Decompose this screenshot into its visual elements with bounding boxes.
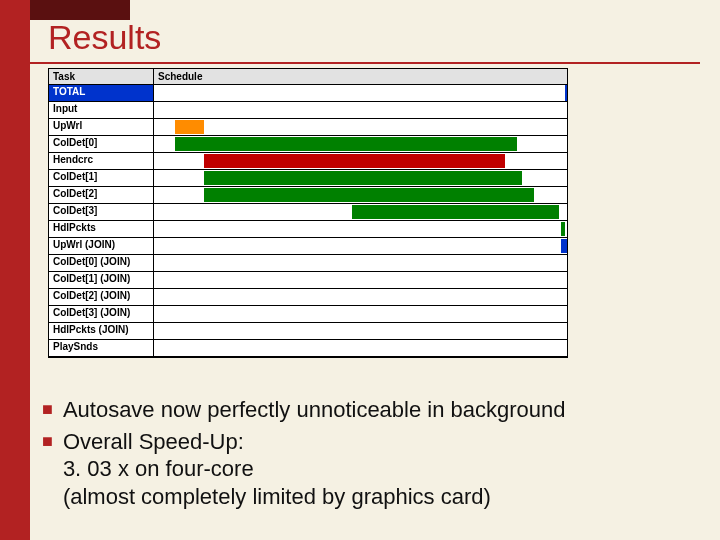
- row-bars: [154, 340, 567, 356]
- row-label: HdlPckts: [49, 221, 154, 237]
- row-bars: [154, 272, 567, 288]
- row-bars: [154, 238, 567, 254]
- table-row: ColDet[0]: [49, 136, 567, 153]
- table-row: HdlPckts (JOIN): [49, 323, 567, 340]
- sidebar-accent: [0, 0, 30, 540]
- row-label: HdlPckts (JOIN): [49, 323, 154, 339]
- table-row: Input: [49, 102, 567, 119]
- bullet-item: ■ Autosave now perfectly unnoticeable in…: [42, 396, 702, 424]
- gantt-chart: Task Schedule TOTALInputUpWrlColDet[0]He…: [48, 68, 568, 358]
- row-bars: [154, 102, 567, 118]
- table-row: Hendcrc: [49, 153, 567, 170]
- total-marker: [565, 85, 567, 101]
- row-bars: [154, 289, 567, 305]
- slide-title: Results: [48, 18, 161, 57]
- table-row: ColDet[2]: [49, 187, 567, 204]
- row-label: ColDet[1] (JOIN): [49, 272, 154, 288]
- gantt-bar: [561, 239, 567, 253]
- row-bars: [154, 255, 567, 271]
- bullet-text: Overall Speed-Up: 3. 03 x on four-core (…: [63, 428, 491, 511]
- row-label: PlaySnds: [49, 340, 154, 356]
- gantt-bar: [352, 205, 559, 219]
- row-bars: [154, 323, 567, 339]
- row-label: UpWrl (JOIN): [49, 238, 154, 254]
- row-bars: [154, 85, 567, 101]
- gantt-bar: [204, 154, 505, 168]
- title-cap: [30, 0, 130, 20]
- table-row: ColDet[1] (JOIN): [49, 272, 567, 289]
- row-label: ColDet[3]: [49, 204, 154, 220]
- bullet-item: ■ Overall Speed-Up: 3. 03 x on four-core…: [42, 428, 702, 511]
- table-row: ColDet[3] (JOIN): [49, 306, 567, 323]
- row-bars: [154, 187, 567, 203]
- gantt-bar: [204, 188, 534, 202]
- gantt-bar: [204, 171, 522, 185]
- row-bars: [154, 153, 567, 169]
- table-row: ColDet[3]: [49, 204, 567, 221]
- row-bars: [154, 221, 567, 237]
- table-row: UpWrl: [49, 119, 567, 136]
- row-label: TOTAL: [49, 85, 154, 101]
- bullet-icon: ■: [42, 396, 53, 424]
- bullet-text: Autosave now perfectly unnoticeable in b…: [63, 396, 566, 424]
- row-bars: [154, 170, 567, 186]
- title-divider: [30, 62, 700, 64]
- bullet-list: ■ Autosave now perfectly unnoticeable in…: [42, 396, 702, 514]
- table-row: TOTAL: [49, 85, 567, 102]
- row-bars: [154, 306, 567, 322]
- row-label: ColDet[2]: [49, 187, 154, 203]
- table-row: PlaySnds: [49, 340, 567, 357]
- table-row: ColDet[1]: [49, 170, 567, 187]
- gantt-bar: [175, 137, 518, 151]
- row-label: ColDet[1]: [49, 170, 154, 186]
- bullet-icon: ■: [42, 428, 53, 511]
- row-label: Hendcrc: [49, 153, 154, 169]
- gantt-bar: [175, 120, 204, 134]
- header-schedule: Schedule: [154, 69, 567, 84]
- row-label: UpWrl: [49, 119, 154, 135]
- row-label: ColDet[3] (JOIN): [49, 306, 154, 322]
- row-label: ColDet[0]: [49, 136, 154, 152]
- gantt-bar: [561, 222, 565, 236]
- row-label: ColDet[0] (JOIN): [49, 255, 154, 271]
- table-row: UpWrl (JOIN): [49, 238, 567, 255]
- table-row: HdlPckts: [49, 221, 567, 238]
- header-task: Task: [49, 69, 154, 84]
- table-row: ColDet[2] (JOIN): [49, 289, 567, 306]
- row-bars: [154, 119, 567, 135]
- table-row: ColDet[0] (JOIN): [49, 255, 567, 272]
- row-bars: [154, 204, 567, 220]
- row-label: Input: [49, 102, 154, 118]
- chart-header: Task Schedule: [49, 69, 567, 85]
- row-label: ColDet[2] (JOIN): [49, 289, 154, 305]
- row-bars: [154, 136, 567, 152]
